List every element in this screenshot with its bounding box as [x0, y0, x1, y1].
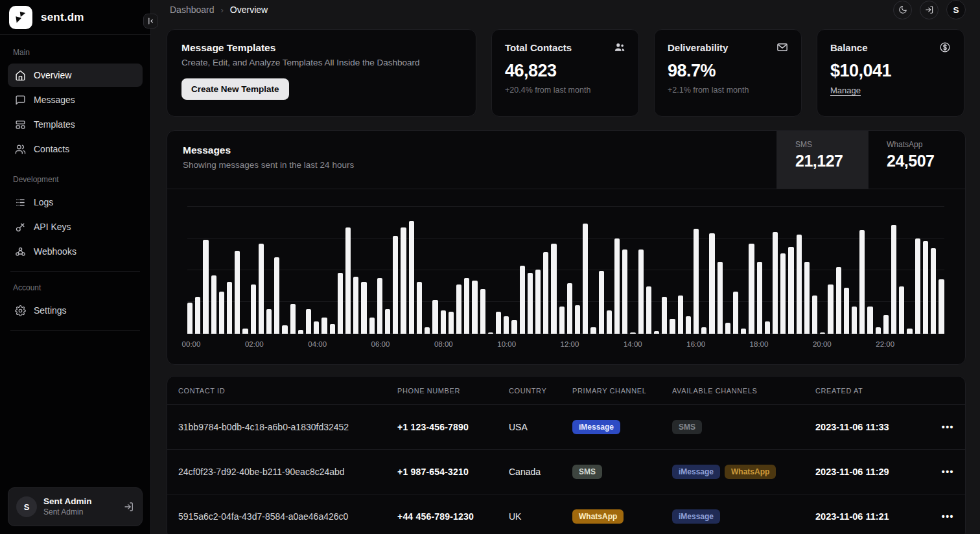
- theme-toggle-button[interactable]: [893, 1, 912, 19]
- bar: [393, 236, 398, 334]
- tab-label: WhatsApp: [887, 140, 965, 149]
- bar: [417, 282, 422, 334]
- sidebar-item-overview[interactable]: Overview: [8, 64, 143, 87]
- primary-channel-badge: iMessage: [572, 420, 620, 434]
- bar: [883, 315, 889, 334]
- sidebar-item-webhooks[interactable]: Webhooks: [8, 240, 143, 263]
- bar: [282, 325, 287, 334]
- sidebar-item-templates[interactable]: Templates: [8, 113, 143, 136]
- channel-tabs: SMS 21,127 WhatsApp 24,507: [776, 131, 965, 189]
- bar: [757, 262, 762, 334]
- bar: [646, 286, 651, 334]
- sidebar-item-logs[interactable]: Logs: [8, 191, 143, 214]
- tab-whatsapp[interactable]: WhatsApp 24,507: [868, 131, 965, 189]
- sidebar-item-contacts[interactable]: Contacts: [8, 137, 143, 161]
- card-title: Deliverability: [668, 42, 728, 53]
- panel-title: Messages: [183, 145, 761, 156]
- bar: [797, 235, 802, 334]
- brand: sent.dm: [0, 0, 150, 34]
- logout-icon[interactable]: [124, 502, 134, 512]
- sidebar-item-api-keys[interactable]: API Keys: [8, 215, 143, 238]
- x-tick-label: 12:00: [561, 340, 579, 348]
- messages-bar-chart: 00:0002:0004:0006:0008:0010:0012:0014:00…: [167, 189, 965, 364]
- row-actions-menu[interactable]: •••: [928, 467, 954, 477]
- bar: [725, 323, 730, 334]
- created-at-cell: 2023-11-06 11:29: [815, 467, 928, 477]
- bar: [496, 312, 501, 334]
- bar: [187, 303, 192, 334]
- bar: [718, 262, 723, 334]
- bar: [259, 244, 264, 334]
- user-name: Sent Admin: [43, 496, 117, 507]
- bar: [195, 297, 200, 334]
- bar: [338, 273, 343, 334]
- table-row: 5915a6c2-04fa-43d7-8584-a0ae46a426c0+44 …: [167, 494, 965, 534]
- panel-collapse-icon: [146, 17, 155, 25]
- bar: [662, 297, 667, 334]
- bar: [266, 309, 272, 334]
- sidebar-item-messages[interactable]: Messages: [8, 88, 143, 111]
- app-name: sent.dm: [41, 11, 84, 24]
- mail-icon: [776, 41, 788, 53]
- bar: [670, 319, 675, 334]
- available-channel-badge: iMessage: [672, 509, 720, 524]
- bar: [464, 278, 469, 334]
- bar: [511, 320, 517, 334]
- bar: [630, 332, 635, 334]
- manage-balance-link[interactable]: Manage: [830, 86, 861, 95]
- contact-id-cell: 31bb9784-b0db-4c18-a6b0-a1830fd32452: [178, 422, 397, 432]
- bar-series: [187, 198, 944, 334]
- x-tick-label: 20:00: [813, 340, 832, 348]
- row-actions-menu[interactable]: •••: [928, 422, 954, 432]
- app-logo: [9, 6, 32, 29]
- user-avatar: S: [16, 496, 37, 517]
- bar: [709, 233, 714, 334]
- panel-subtitle: Showing messages sent in the last 24 hou…: [183, 160, 761, 170]
- sidebar-item-label: Overview: [34, 70, 71, 80]
- created-at-cell: 2023-11-06 11:21: [815, 511, 928, 522]
- layout-icon: [14, 119, 26, 130]
- bar: [765, 321, 770, 334]
- stat-delta: +20.4% from last month: [505, 86, 625, 95]
- bar: [274, 257, 279, 334]
- bar: [449, 312, 454, 334]
- country-cell: USA: [509, 422, 572, 432]
- bar: [859, 230, 865, 334]
- bar: [804, 262, 810, 334]
- signout-button[interactable]: [920, 1, 939, 19]
- bar: [345, 227, 351, 334]
- card-title: Balance: [830, 42, 868, 53]
- bar: [432, 300, 438, 334]
- home-icon: [14, 69, 26, 81]
- bar: [678, 296, 683, 334]
- x-tick-label: 08:00: [434, 340, 453, 348]
- bar: [567, 283, 572, 334]
- bar: [780, 253, 786, 334]
- bar: [867, 307, 872, 334]
- tab-sms[interactable]: SMS 21,127: [776, 131, 868, 189]
- sidebar-collapse-button[interactable]: [143, 14, 158, 29]
- bar: [441, 310, 446, 334]
- bar: [528, 273, 533, 334]
- create-template-button[interactable]: Create New Template: [181, 78, 289, 100]
- users-icon: [14, 143, 26, 155]
- breadcrumb-dashboard[interactable]: Dashboard: [170, 5, 215, 15]
- bar: [733, 292, 738, 334]
- card-subtitle: Create, Edit, and Analyze Templates All …: [181, 58, 461, 67]
- bar: [891, 225, 896, 334]
- phone-cell: +1 123-456-7890: [397, 422, 509, 432]
- bar: [456, 284, 461, 334]
- bar: [812, 296, 817, 334]
- messages-panel: Messages Showing messages sent in the la…: [167, 130, 966, 365]
- contacts-table: CONTACT IDPHONE NUMBERCOUNTRYPRIMARY CHA…: [167, 376, 966, 534]
- sidebar-item-settings[interactable]: Settings: [8, 299, 143, 322]
- stat-value: $10,041: [830, 61, 951, 81]
- bar: [852, 307, 857, 334]
- sidebar: sent.dm Main Overview Messages Templates: [0, 0, 151, 534]
- message-square-icon: [14, 94, 26, 106]
- avatar[interactable]: S: [946, 0, 966, 19]
- sidebar-item-label: Templates: [34, 119, 75, 130]
- user-card[interactable]: S Sent Admin Sent Admin: [8, 487, 143, 526]
- row-actions-menu[interactable]: •••: [928, 511, 954, 522]
- stat-delta: +2.1% from last month: [668, 86, 788, 95]
